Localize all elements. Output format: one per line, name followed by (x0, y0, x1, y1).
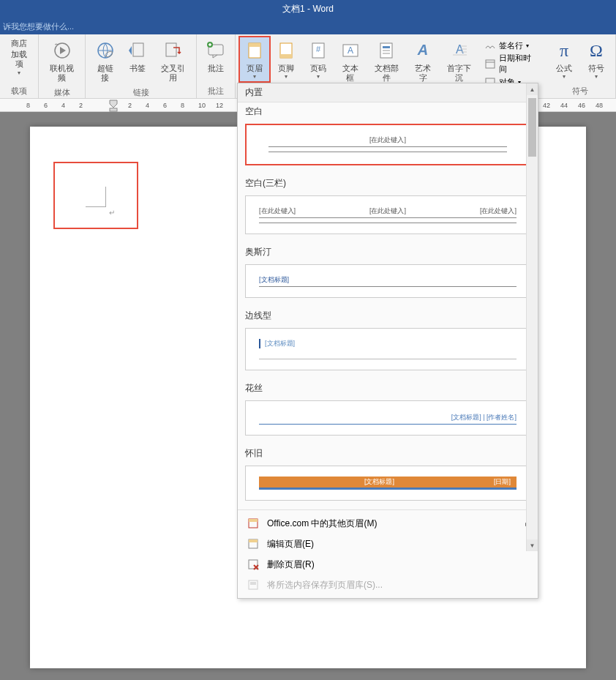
save-gallery-icon (247, 578, 260, 591)
svg-text:#: # (316, 45, 321, 53)
gallery-item-nostalgia[interactable]: [文档标题] [日期] (245, 466, 530, 501)
gallery-label-filigree: 花丝 (238, 379, 538, 397)
gallery-scrollbar[interactable]: ▲ ▼ (526, 83, 538, 551)
svg-rect-32 (249, 539, 258, 542)
footer-icon (274, 39, 298, 62)
paragraph-mark-icon: ↵ (109, 209, 115, 217)
signature-line-button[interactable]: 签名行 ▾ (481, 39, 541, 52)
scroll-down-icon[interactable]: ▼ (527, 539, 538, 551)
gallery-item-filigree[interactable]: [文档标题] | [作者姓名] (245, 400, 530, 436)
bookmark-button[interactable]: 书签 (121, 36, 153, 76)
svg-rect-4 (166, 43, 176, 56)
scroll-up-icon[interactable]: ▲ (527, 83, 538, 95)
svg-rect-30 (249, 519, 258, 522)
bookmark-icon (126, 39, 149, 62)
menu-more-office[interactable]: Office.com 中的其他页眉(M) ▸ (238, 513, 538, 534)
gallery-item-austin[interactable]: [文档标题] (245, 264, 530, 298)
svg-rect-25 (486, 60, 495, 68)
dropdown-arrow-icon: ▾ (595, 73, 598, 80)
media-group: 联机视频 媒体 (39, 34, 86, 98)
margin-corner-icon (86, 187, 106, 207)
gallery-item-border[interactable]: [文档标题] (245, 328, 530, 370)
links-group: 超链接 书签 交叉引用 链接 (86, 34, 197, 98)
gallery-label-nostalgia: 怀旧 (238, 444, 538, 463)
gallery-label-blank: 空白 (238, 102, 538, 121)
page-number-icon: # (307, 39, 330, 62)
svg-rect-35 (250, 582, 256, 585)
video-icon (50, 39, 74, 62)
gallery-section-builtin: 内置 (238, 83, 538, 102)
menu-remove-header[interactable]: 删除页眉(R) (238, 554, 538, 575)
document-parts-icon (375, 39, 398, 62)
svg-rect-8 (249, 43, 260, 47)
cross-reference-icon (162, 39, 185, 62)
addins-group: 商店 加载项 ▾ 载项 (0, 34, 39, 98)
svg-rect-17 (383, 50, 390, 51)
tell-me-text: 诉我您想要做什么... (3, 21, 74, 32)
gallery-label-border: 边线型 (238, 307, 538, 325)
svg-rect-28 (110, 108, 117, 111)
svg-rect-3 (133, 43, 143, 56)
menu-save-gallery: 将所选内容保存到页眉库(S)... (238, 575, 538, 595)
indent-marker-icon[interactable] (108, 99, 119, 112)
symbol-icon: Ω (585, 39, 608, 62)
header-button[interactable]: 页眉 ▾ (238, 36, 270, 83)
title-bar: 文档1 - Word (0, 0, 616, 18)
equation-icon: π (552, 39, 576, 62)
header-icon (243, 39, 266, 62)
cross-reference-button[interactable]: 交叉引用 (153, 36, 193, 86)
office-icon (247, 517, 260, 530)
dropdown-arrow-icon: ▾ (253, 73, 256, 80)
store-button[interactable]: 商店 加载项 ▾ (3, 36, 35, 79)
online-video-button[interactable]: 联机视频 (42, 36, 82, 86)
comments-group: 批注 批注 (197, 34, 236, 98)
menu-edit-header[interactable]: 编辑页眉(E) (238, 534, 538, 554)
remove-header-icon (247, 558, 260, 571)
dropdown-arrow-icon: ▾ (18, 70, 20, 76)
edit-header-icon (247, 537, 260, 550)
word-art-icon: A (411, 39, 435, 62)
date-time-icon (484, 58, 496, 70)
comment-button[interactable]: 批注 (200, 36, 232, 76)
hyperlink-icon (94, 39, 117, 62)
tell-me-bar[interactable]: 诉我您想要做什么... (0, 18, 616, 34)
symbol-button[interactable]: Ω 符号 ▾ (580, 36, 612, 83)
dropdown-arrow-icon: ▾ (563, 73, 566, 80)
date-time-button[interactable]: 日期和时间 (481, 52, 541, 75)
drop-cap-icon: A (448, 39, 471, 62)
svg-text:A: A (348, 45, 353, 56)
scrollbar-thumb[interactable] (528, 98, 536, 157)
page-number-button[interactable]: # 页码 ▾ (302, 36, 334, 83)
header-gallery-dropdown: 内置 空白 [在此处键入] 空白(三栏) [在此处键入] [在此处键入] [在此… (237, 83, 538, 599)
gallery-label-austin: 奥斯汀 (238, 243, 538, 261)
svg-rect-16 (383, 46, 390, 48)
gallery-label-blank3col: 空白(三栏) (238, 174, 538, 193)
comment-icon (204, 39, 228, 62)
gallery-item-blank3col[interactable]: [在此处键入] [在此处键入] [在此处键入] (245, 195, 530, 234)
footer-button[interactable]: 页脚 ▾ (271, 36, 302, 83)
gallery-menu: Office.com 中的其他页眉(M) ▸ 编辑页眉(E) 删除页眉(R) 将… (238, 509, 538, 598)
symbols-group: π 公式 ▾ Ω 符号 ▾ 符号 (545, 34, 616, 98)
signature-icon (484, 40, 496, 51)
equation-button[interactable]: π 公式 ▾ (548, 36, 580, 83)
dropdown-arrow-icon: ▾ (285, 73, 288, 80)
text-box-icon: A (339, 39, 362, 62)
app-title: 文档1 - Word (282, 3, 334, 15)
svg-rect-10 (280, 54, 292, 58)
gallery-item-blank[interactable]: [在此处键入] (245, 124, 530, 165)
dropdown-arrow-icon: ▾ (317, 73, 320, 80)
svg-rect-18 (383, 53, 390, 54)
svg-text:A: A (417, 42, 428, 58)
hyperlink-button[interactable]: 超链接 (89, 36, 121, 86)
